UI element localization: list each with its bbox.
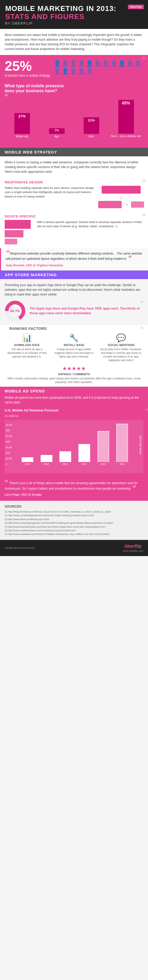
revenue-bars: 2009 2010 2011 2012 2013 2014 [19, 424, 130, 465]
bar-item-app: 7% App [39, 128, 74, 138]
presence-section: What type of mobile presence does your b… [0, 82, 148, 148]
section-num-3: (3) [143, 179, 145, 182]
device-medium [5, 230, 24, 237]
social-title: Social Mentions [99, 344, 143, 347]
source-2: (2) http://www.socialmediaexaminer.com/s… [5, 514, 143, 517]
ad-quote-author: Larry Page, CEO @ Google [5, 493, 143, 496]
bar-value-none: 45% [122, 100, 130, 105]
person-icon-11: 👤 [134, 60, 142, 67]
bar-label-both: Both [89, 135, 94, 138]
person-icon-5: 👤 [86, 60, 93, 67]
person-icon-10: 👤 [126, 60, 134, 67]
ranking-factors-section: Ranking Factors (6) 📊 Download Rate The … [0, 325, 148, 387]
footer: created and sponsored by überflip www.ub… [0, 540, 148, 556]
app-stat-bold: The Apple App Store and Google Play have… [30, 307, 140, 315]
close-quote: " [128, 254, 131, 264]
social-icon: 💬 [99, 333, 143, 342]
footer-created-text: created and sponsored by [5, 546, 35, 549]
footer-logo[interactable]: überflip [123, 544, 143, 549]
responsive-content: Rather than building separate sites for … [5, 186, 143, 208]
install-title: Install Base [52, 344, 96, 347]
y-label-5: $1B [6, 452, 12, 454]
section-num-4: (4) [143, 213, 145, 216]
person-icon-13: 👤 [62, 68, 69, 75]
ad-spend-intro: Mobile ad spend has more than quadrupled… [0, 395, 148, 408]
responsive-title: Responsive Design [5, 178, 143, 186]
person-icon-4: 👤 [78, 60, 85, 67]
stars-display: ★★★★★ [6, 365, 142, 372]
presence-title-line2: does your business have? [5, 88, 143, 93]
bar-item-mobile-site: 27% Mobile site [5, 113, 39, 138]
y-label-2: $2.5B [6, 435, 12, 438]
source-7: (7) http://www.emarketer.com/Article/US-… [5, 532, 143, 536]
donut-label: 66.7% [10, 309, 20, 313]
social-text: Social data (from Twitter, Facebook, and… [99, 348, 143, 362]
donut-container: 66.7% [5, 301, 25, 321]
ad-quote-block: " There's just a lot of things about mob… [0, 477, 148, 501]
quote-text: Responsive websites provide continuity b… [6, 252, 142, 261]
brands-label: of brands have a mobile strategy [5, 74, 50, 78]
sources-title: Sources [5, 504, 143, 508]
y-label-1: $3B [6, 429, 12, 432]
header-title-line1: MOBILE MARKETING IN 2013: [5, 5, 116, 13]
download-icon: 📊 [5, 333, 49, 342]
footer-logo-over: über [124, 544, 135, 549]
person-icon-8: 👤 [110, 60, 117, 67]
y-axis: $3.5B $3B $2.5B $2B $1.5B $1B $0.5B 0 [6, 424, 12, 465]
responsive-text: Rather than building separate sites for … [5, 186, 95, 199]
rev-bar-2014: 2014 [114, 424, 130, 465]
responsive-diagram: ↓ → [99, 186, 143, 208]
bar-label-mobile-site: Mobile site [16, 135, 29, 138]
rev-bar-2010: 2010 [38, 424, 55, 465]
bar-both: 21% [84, 117, 99, 134]
presence-title: What type of mobile presence does your b… [5, 82, 143, 100]
bar-none: 45% [118, 100, 134, 134]
download-text: The rate at which an app is downloaded i… [5, 348, 49, 358]
ranking-item-download: 📊 Download Rate The rate at which an app… [5, 333, 49, 362]
header-logo: überflip [128, 5, 144, 9]
presence-title-line1: What type of mobile presence [5, 83, 143, 88]
ranking-item-install: 🔧 Install Base A large amount of app ins… [52, 333, 96, 362]
device-small [5, 239, 17, 244]
y-label-7: 0 [6, 463, 12, 465]
source-4: (4) http://www.smashingmagazine.com/2012… [5, 521, 143, 525]
bar-value-both: 21% [88, 117, 95, 122]
device-stack [5, 220, 33, 244]
app-stat-row: (5) 66.7% The Apple App Store and Google… [0, 301, 148, 325]
arrow-right: → [124, 201, 129, 207]
rev-bar-2011: 2011 [57, 424, 73, 465]
section-num-2: (2) [5, 94, 143, 97]
ad-close-quote: " [133, 484, 136, 494]
chart-section: U.S. Mobile Ad Revenue Forecast (In bill… [0, 408, 148, 477]
install-text: A large amount of app installs suggests … [52, 348, 96, 358]
ad-quote-text: There's just a lot of things about mobil… [5, 481, 138, 490]
person-icon-14: 👤 [70, 68, 77, 75]
bar-value-mobile-site: 27% [18, 113, 25, 118]
screen-desktop [102, 186, 141, 194]
source-3: (3) http://www.lukew.com/ff/entry.asp?15… [5, 517, 143, 521]
brands-section: (1) 25% of brands have a mobile strategy… [0, 55, 148, 82]
person-icon-6: 👤 [94, 60, 101, 67]
install-icon: 🔧 [52, 333, 96, 342]
header-subtitle: by Überflip [5, 21, 143, 25]
strategy-intro-text: When it comes to having a mobile web pre… [5, 160, 143, 174]
ratings-row: ★★★★★ Ratings / Comments With a holistic… [5, 365, 143, 384]
mobile-web-strategy-header: Mobile Web Strategy [0, 148, 148, 156]
y-label-6: $0.5B [6, 457, 12, 460]
chart-title: U.S. Mobile Ad Revenue Forecast [5, 408, 143, 412]
bar-value-app: 7% [55, 128, 59, 132]
ranking-grid: 📊 Download Rate The rate at which an app… [5, 333, 143, 362]
presence-bar-chart: 27% Mobile site 7% App 21% Both 45% None… [5, 100, 143, 138]
quote-author: Jody Resnick, CEO @ Trighton Interactive [6, 263, 143, 267]
app-stat-text: The Apple App Store and Google Play have… [30, 306, 143, 315]
source-1: (1) http://blogs.forrester.com/thomas_hu… [5, 510, 143, 514]
person-icon-7: 👤 [102, 60, 109, 67]
footer-url[interactable]: www.uberflip.com [123, 550, 143, 552]
header-title: MOBILE MARKETING IN 2013: STATS AND FIGU… [5, 5, 143, 21]
ratings-title: Ratings / Comments [6, 372, 142, 376]
person-icon-9: 👤 [118, 60, 125, 67]
person-icon-2: 👤 [62, 60, 69, 67]
download-title: Download Rate [5, 344, 49, 347]
person-icon-16: 👤 [86, 68, 93, 75]
footer-created: created and sponsored by [5, 546, 35, 549]
